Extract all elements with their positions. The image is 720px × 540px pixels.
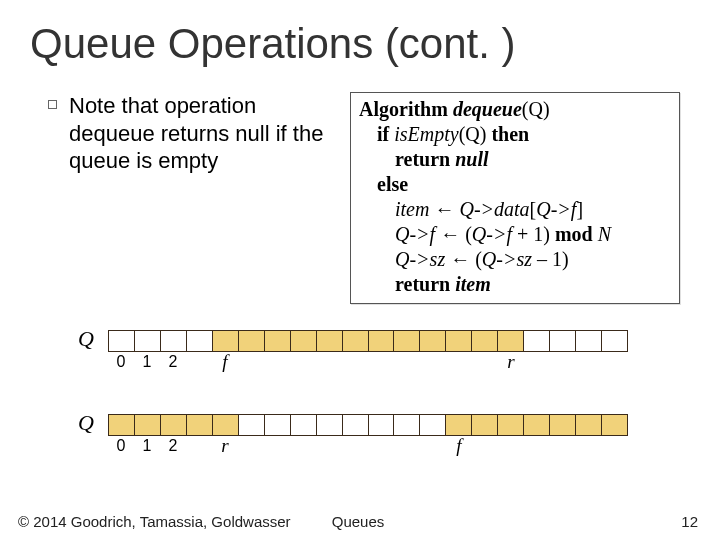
arrow-icon: ← <box>440 223 460 245</box>
index-slot <box>394 436 420 456</box>
index-row: 012fr <box>108 352 628 372</box>
index-slot: 2 <box>160 436 186 456</box>
queue-cell <box>576 414 602 436</box>
queue-cell <box>135 330 161 352</box>
index-slot <box>264 436 290 456</box>
l7-lhs: Q->sz <box>395 248 445 270</box>
index-slot <box>472 436 498 456</box>
queue-cell <box>369 414 395 436</box>
kw-algorithm: Algorithm <box>359 98 448 120</box>
index-slot <box>498 436 524 456</box>
var-N: N <box>593 223 611 245</box>
index-slot: 1 <box>134 352 160 372</box>
index-slot <box>316 436 342 456</box>
footer: © 2014 Goodrich, Tamassia, Goldwasser Qu… <box>18 513 698 530</box>
queue-cell <box>213 414 239 436</box>
queue-label: Q <box>78 326 94 352</box>
index-slot <box>342 436 368 456</box>
fn-name: dequeue <box>453 98 522 120</box>
queue-cell <box>524 414 550 436</box>
kw-null: null <box>455 148 488 170</box>
queue-cell <box>187 414 213 436</box>
index-slot: f <box>212 352 238 372</box>
cond-arg: (Q) <box>459 123 487 145</box>
index-slot <box>602 436 628 456</box>
queue-diagram-2: Q 012rf <box>108 414 628 456</box>
paren-l: ( <box>475 248 482 270</box>
index-slot <box>342 352 368 372</box>
paren-l: ( <box>465 223 472 245</box>
queue-cell <box>291 330 317 352</box>
kw-if: if <box>377 123 389 145</box>
kw-mod: mod <box>555 223 593 245</box>
queue-cell <box>369 330 395 352</box>
kw-then: then <box>491 123 529 145</box>
queue-cell <box>602 414 628 436</box>
queue-cell <box>343 414 369 436</box>
queue-cell <box>498 414 524 436</box>
arrow-icon: ← <box>450 248 470 270</box>
q-data: Q->data <box>459 198 529 220</box>
index-slot <box>238 436 264 456</box>
queue-cell <box>498 330 524 352</box>
queue-cell <box>187 330 213 352</box>
index-slot <box>394 352 420 372</box>
note-text: Note that operation dequeue returns null… <box>69 92 326 175</box>
index-slot <box>264 352 290 372</box>
kw-else: else <box>377 173 408 195</box>
index-slot <box>420 436 446 456</box>
queue-cell <box>135 414 161 436</box>
fn-arg: (Q) <box>522 98 550 120</box>
index-slot <box>186 436 212 456</box>
index-slot <box>550 436 576 456</box>
queue-cell <box>213 330 239 352</box>
index-slot: r <box>498 352 524 372</box>
queue-cell <box>394 330 420 352</box>
cond-fn: isEmpty <box>394 123 458 145</box>
index-slot <box>290 352 316 372</box>
index-slot <box>238 352 264 372</box>
l7-tail: – 1) <box>532 248 569 270</box>
queue-cell <box>524 330 550 352</box>
queue-cell <box>239 330 265 352</box>
index-slot: 1 <box>134 436 160 456</box>
index-row: 012rf <box>108 436 628 456</box>
queue-cell <box>602 330 628 352</box>
index-slot <box>524 352 550 372</box>
bracket-r: ] <box>576 198 583 220</box>
queue-cell <box>394 414 420 436</box>
index-slot <box>290 436 316 456</box>
queue-cell <box>239 414 265 436</box>
queue-cell <box>161 414 187 436</box>
content-row: Note that operation dequeue returns null… <box>48 92 680 304</box>
l7-qsz: Q->sz <box>482 248 532 270</box>
kw-return2: return <box>395 273 450 295</box>
queue-cell <box>108 330 135 352</box>
var-item: item <box>395 198 429 220</box>
queue-cell <box>420 414 446 436</box>
index-slot: 0 <box>108 352 134 372</box>
cells-row <box>108 330 628 352</box>
index-slot <box>576 352 602 372</box>
index-slot: 2 <box>160 352 186 372</box>
queue-cell <box>576 330 602 352</box>
queue-cell <box>161 330 187 352</box>
index-slot: f <box>446 436 472 456</box>
square-bullet-icon <box>48 100 57 109</box>
index-slot <box>472 352 498 372</box>
queue-cell <box>343 330 369 352</box>
q-f: Q->f <box>536 198 576 220</box>
queue-cell <box>108 414 135 436</box>
queue-diagram-1: Q 012fr <box>108 330 628 372</box>
index-slot <box>550 352 576 372</box>
queue-cell <box>472 414 498 436</box>
index-slot <box>420 352 446 372</box>
kw-return: return <box>395 148 450 170</box>
page-title: Queue Operations (cont. ) <box>30 20 516 68</box>
index-slot <box>368 352 394 372</box>
queue-cell <box>550 330 576 352</box>
index-slot <box>368 436 394 456</box>
index-slot <box>446 352 472 372</box>
index-slot <box>576 436 602 456</box>
queue-cell <box>265 414 291 436</box>
